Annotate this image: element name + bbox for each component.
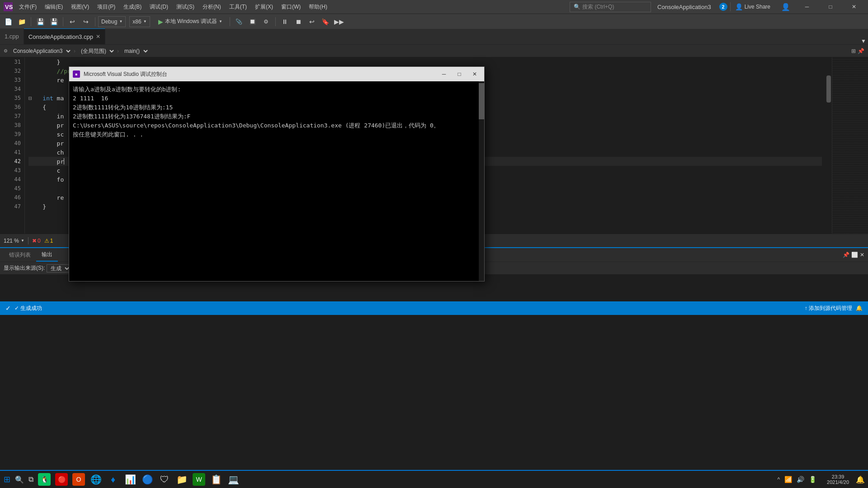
menu-help[interactable]: 帮助(H) [305, 2, 331, 12]
open-file-button[interactable]: 📁 [15, 16, 28, 28]
status-sep-1 [28, 237, 28, 244]
taskbar-fileexplorer[interactable]: 📁 [174, 471, 190, 488]
console-close-button[interactable]: ✕ [469, 69, 481, 79]
tab-error-list[interactable]: 错误列表 [4, 248, 36, 262]
error-count: 0 [38, 238, 41, 244]
start-icon: ⊞ [4, 474, 10, 484]
redo-button[interactable]: ↪ [80, 16, 92, 28]
menu-file[interactable]: 文件(F) [15, 2, 40, 12]
scope-expand-icon[interactable]: ⊞ [851, 48, 856, 54]
console-scrollbar[interactable] [479, 81, 484, 281]
console-maximize-button[interactable]: □ [453, 69, 465, 79]
function-selector[interactable]: main() [121, 47, 149, 55]
debug-config-dropdown[interactable]: Debug ▼ [98, 16, 126, 27]
platform-dropdown[interactable]: x86 ▼ [129, 16, 150, 27]
system-clock[interactable]: 23:39 2021/4/20 [823, 471, 853, 488]
toolbar-btn-11[interactable]: ▶▶ [333, 16, 345, 28]
notification-badge[interactable]: 2 [719, 3, 727, 11]
scope-selector[interactable]: (全局范围) [77, 47, 115, 55]
task-view-button[interactable]: ⧉ [27, 471, 35, 488]
console-scroll-thumb[interactable] [479, 83, 484, 119]
output-float-icon[interactable]: ⬜ [851, 252, 858, 258]
search-icon: 🔍 [574, 4, 580, 10]
bell-icon[interactable]: 🔔 [856, 305, 863, 311]
menu-edit[interactable]: 编辑(E) [41, 2, 66, 12]
toolbar-btn-10[interactable]: 🔖 [319, 16, 332, 28]
scroll-thumb[interactable] [826, 75, 831, 103]
search-box[interactable]: 🔍 搜索 (Ctrl+Q) [570, 2, 651, 12]
gutter-46: 46 [0, 193, 24, 202]
console-app-icon: ■ [73, 70, 80, 78]
menu-tools[interactable]: 工具(T) [226, 2, 250, 12]
run-button[interactable]: ▶ 本地 Windows 调试器 ▼ [154, 16, 227, 27]
taskbar-office[interactable]: O [71, 471, 87, 488]
tray-network-icon[interactable]: 📶 [783, 476, 793, 483]
minimize-button[interactable]: ─ [797, 0, 817, 14]
taskbar-app7[interactable]: 💻 [225, 471, 241, 488]
taskbar-vscode[interactable]: ♦ [105, 471, 121, 488]
wechat-icon: 🐧 [38, 473, 51, 486]
tray-volume-icon[interactable]: 🔊 [795, 476, 806, 483]
console-line-6: 按任意键关闭此窗口. . . [73, 130, 481, 139]
toolbar-btn-9[interactable]: ↩ [306, 16, 318, 28]
zoom-control[interactable]: 121 % ▼ [4, 238, 24, 244]
toolbar-btn-5[interactable]: 🔲 [246, 16, 259, 28]
taskbar-chrome[interactable]: 🌐 [88, 471, 104, 488]
close-button[interactable]: ✕ [844, 0, 864, 14]
debug-config-arrow: ▼ [119, 19, 123, 23]
warning-indicator[interactable]: ⚠ 1 [44, 238, 53, 244]
menu-debug[interactable]: 调试(D) [146, 2, 172, 12]
tab-1cpp-label: 1.cpp [5, 33, 19, 40]
build-success-label: ✓ 生成成功 [14, 305, 42, 312]
taskbar-app6[interactable]: 📋 [208, 471, 224, 488]
menu-analyze[interactable]: 分析(N) [199, 2, 225, 12]
vs-logo: VS [4, 2, 13, 11]
taskbar-app5[interactable]: W [191, 471, 207, 488]
taskbar-app2[interactable]: 🔴 [53, 471, 70, 488]
menu-window[interactable]: 窗口(W) [278, 2, 304, 12]
taskbar-charts[interactable]: 📊 [122, 471, 138, 488]
tray-notification-btn[interactable]: 🔔 [854, 475, 866, 484]
scope-separator-2: › [117, 48, 119, 54]
toolbar-btn-6[interactable]: ⚙ [260, 16, 273, 28]
project-selector[interactable]: ConsoleApplication3 [9, 47, 72, 55]
menu-test[interactable]: 测试(S) [173, 2, 198, 12]
scope-pin-icon[interactable]: 📌 [858, 48, 864, 54]
build-success-icon: ✓ [5, 305, 11, 312]
menu-build[interactable]: 生成(B) [120, 2, 145, 12]
tab-consoleapp-cpp[interactable]: ConsoleApplication3.cpp ✕ [24, 28, 105, 44]
profile-icon[interactable]: 👤 [778, 3, 794, 11]
output-source-selector[interactable]: 生成 [47, 264, 71, 272]
error-indicator[interactable]: ✖ 0 [32, 238, 41, 244]
toolbar-btn-7[interactable]: ⏸ [278, 16, 291, 28]
tab-1cpp[interactable]: 1.cpp [0, 28, 24, 44]
live-share-button[interactable]: 👤 Live Share [730, 2, 775, 11]
attach-button[interactable]: 📎 [233, 16, 245, 28]
menu-view[interactable]: 视图(V) [67, 2, 93, 12]
start-button[interactable]: ⊞ [2, 471, 12, 488]
taskbar-app3[interactable]: 🔵 [139, 471, 156, 488]
tab-close-icon[interactable]: ✕ [96, 33, 100, 40]
zoom-value: 121 % [4, 238, 19, 244]
search-button[interactable]: 🔍 [13, 471, 26, 488]
output-close-icon[interactable]: ✕ [860, 252, 864, 258]
add-source-control-btn[interactable]: ↑ 添加到源代码管理 [805, 305, 852, 312]
output-pin-icon[interactable]: 📌 [843, 252, 849, 258]
save-all-button[interactable]: 💾 [47, 16, 60, 28]
tab-output[interactable]: 输出 [36, 248, 58, 262]
editor-scrollbar[interactable] [826, 57, 832, 234]
new-file-button[interactable]: 📄 [2, 16, 14, 28]
taskbar-app4[interactable]: 🛡 [156, 471, 173, 488]
save-button[interactable]: 💾 [34, 16, 47, 28]
menu-project[interactable]: 项目(P) [94, 2, 119, 12]
toolbar-btn-8[interactable]: ⏹ [292, 16, 305, 28]
taskbar-wechat[interactable]: 🐧 [36, 471, 52, 488]
maximize-button[interactable]: □ [820, 0, 841, 14]
undo-button[interactable]: ↩ [66, 16, 79, 28]
console-minimize-button[interactable]: ─ [438, 69, 450, 79]
menu-extensions[interactable]: 扩展(X) [251, 2, 277, 12]
tab-scroll-right[interactable]: ▼ [859, 38, 868, 44]
tray-battery-icon[interactable]: 🔋 [807, 476, 818, 483]
build-status-bar: ✓ ✓ 生成成功 ↑ 添加到源代码管理 🔔 [0, 301, 868, 315]
tray-arrow[interactable]: ^ [776, 476, 781, 483]
